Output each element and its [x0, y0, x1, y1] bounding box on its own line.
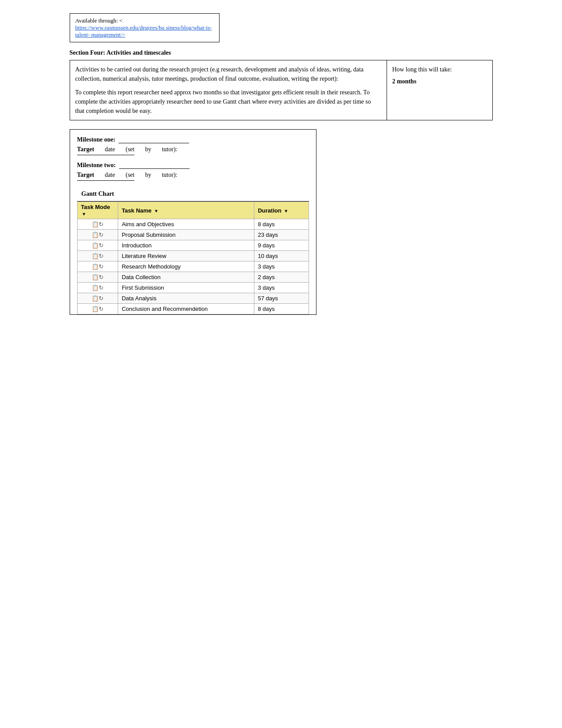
gantt-row: 📋↻Research Methodology3 days	[77, 261, 309, 272]
task-mode-icon: 📋↻	[92, 253, 104, 259]
target-two-word: Target	[77, 172, 94, 179]
milestone-gantt-box: Milestone one: Target date (set by tutor…	[70, 129, 316, 315]
task-mode-cell: 📋↻	[77, 283, 118, 293]
target-one-word: Target	[77, 146, 94, 153]
task-duration-cell: 9 days	[254, 240, 309, 251]
milestone-one-label: Milestone one:	[77, 136, 115, 143]
task-name-dropdown[interactable]: ▼	[154, 209, 158, 213]
task-name-cell: Research Methodology	[118, 261, 254, 272]
reference-link[interactable]: https://www.rasmussen.edu/degrees/bu sin…	[75, 24, 212, 38]
target-one-tutor: tutor):	[162, 146, 177, 153]
duration-value: 2 months	[392, 77, 487, 86]
task-duration-cell: 8 days	[254, 304, 309, 314]
gantt-row: 📋↻Introduction9 days	[77, 240, 309, 251]
task-mode-cell: 📋↻	[77, 272, 118, 283]
task-name-cell: First Submission	[118, 283, 254, 293]
task-duration-cell: 57 days	[254, 293, 309, 304]
task-mode-icon: 📋↻	[92, 295, 104, 302]
gantt-section: Gantt Chart Task Mode ▼ Task Name ▼ Du	[77, 187, 309, 314]
milestone-two-line: Milestone two:	[77, 161, 309, 169]
activities-main-cell: Activities to be carried out during the …	[70, 60, 387, 120]
target-two-divider	[77, 180, 134, 181]
gantt-row: 📋↻Proposal Submission23 days	[77, 230, 309, 240]
task-mode-icon: 📋↻	[92, 263, 104, 270]
task-mode-cell: 📋↻	[77, 261, 118, 272]
task-mode-icon: 📋↻	[92, 221, 104, 228]
activities-text-2: To complete this report researcher need …	[75, 88, 381, 116]
task-mode-icon: 📋↻	[92, 231, 104, 238]
col-task-name: Task Name ▼	[118, 202, 254, 219]
target-two-tutor: tutor):	[162, 172, 177, 179]
gantt-title: Gantt Chart	[77, 187, 309, 202]
task-name-cell: Literature Review	[118, 251, 254, 261]
task-mode-cell: 📋↻	[77, 304, 118, 314]
milestone-one-target-row: Target date (set by tutor):	[77, 146, 309, 153]
task-name-cell: Aims and Objectives	[118, 219, 254, 230]
task-mode-dropdown[interactable]: ▼	[82, 212, 86, 217]
task-name-cell: Data Collection	[118, 272, 254, 283]
link-box: Available through: < https://www.rasmuss…	[70, 13, 220, 42]
col-duration: Duration ▼	[254, 202, 309, 219]
task-duration-cell: 3 days	[254, 283, 309, 293]
milestone-one-underline	[119, 136, 189, 143]
target-one-by: by	[145, 146, 151, 153]
milestone-one-line: Milestone one:	[77, 136, 309, 143]
target-two-set: (set	[126, 172, 134, 179]
task-mode-icon: 📋↻	[92, 274, 104, 280]
available-text: Available through: <	[75, 17, 214, 24]
task-name-cell: Introduction	[118, 240, 254, 251]
task-duration-cell: 23 days	[254, 230, 309, 240]
gantt-row: 📋↻Data Collection2 days	[77, 272, 309, 283]
gantt-table: Task Mode ▼ Task Name ▼ Duration ▼	[77, 202, 309, 314]
task-mode-icon: 📋↻	[92, 242, 104, 249]
activities-table: Activities to be carried out during the …	[70, 60, 493, 120]
task-duration-cell: 8 days	[254, 219, 309, 230]
target-two-date: date	[105, 172, 115, 179]
target-one-set: (set	[126, 146, 134, 153]
task-mode-cell: 📋↻	[77, 230, 118, 240]
task-mode-icon: 📋↻	[92, 306, 104, 312]
task-mode-cell: 📋↻	[77, 219, 118, 230]
task-name-cell: Conclusion and Recommendetion	[118, 304, 254, 314]
gantt-row: 📋↻Literature Review10 days	[77, 251, 309, 261]
task-mode-icon: 📋↻	[92, 284, 104, 291]
task-mode-cell: 📋↻	[77, 240, 118, 251]
task-duration-cell: 3 days	[254, 261, 309, 272]
activities-side-cell: How long this will take: 2 months	[387, 60, 492, 120]
milestone-two-underline	[119, 161, 190, 169]
target-two-by: by	[145, 172, 151, 179]
task-duration-cell: 10 days	[254, 251, 309, 261]
col-task-mode: Task Mode ▼	[77, 202, 118, 219]
task-name-cell: Data Analysis	[118, 293, 254, 304]
gantt-row: 📋↻Aims and Objectives8 days	[77, 219, 309, 230]
page-wrapper: Available through: < https://www.rasmuss…	[70, 13, 493, 315]
milestone-two-target-row: Target date (set by tutor):	[77, 172, 309, 179]
gantt-row: 📋↻First Submission3 days	[77, 283, 309, 293]
how-long-label: How long this will take:	[392, 66, 452, 73]
task-name-cell: Proposal Submission	[118, 230, 254, 240]
activities-text-1: Activities to be carried out during the …	[75, 65, 381, 83]
gantt-row: 📋↻Conclusion and Recommendetion8 days	[77, 304, 309, 314]
task-mode-cell: 📋↻	[77, 293, 118, 304]
task-mode-cell: 📋↻	[77, 251, 118, 261]
task-duration-cell: 2 days	[254, 272, 309, 283]
section-four-heading: Section Four: Activities and timescales	[70, 49, 493, 56]
target-one-date: date	[105, 146, 115, 153]
target-one-divider	[77, 155, 134, 155]
milestone-two-label: Milestone two:	[77, 162, 116, 168]
gantt-row: 📋↻Data Analysis57 days	[77, 293, 309, 304]
duration-dropdown[interactable]: ▼	[284, 209, 288, 213]
